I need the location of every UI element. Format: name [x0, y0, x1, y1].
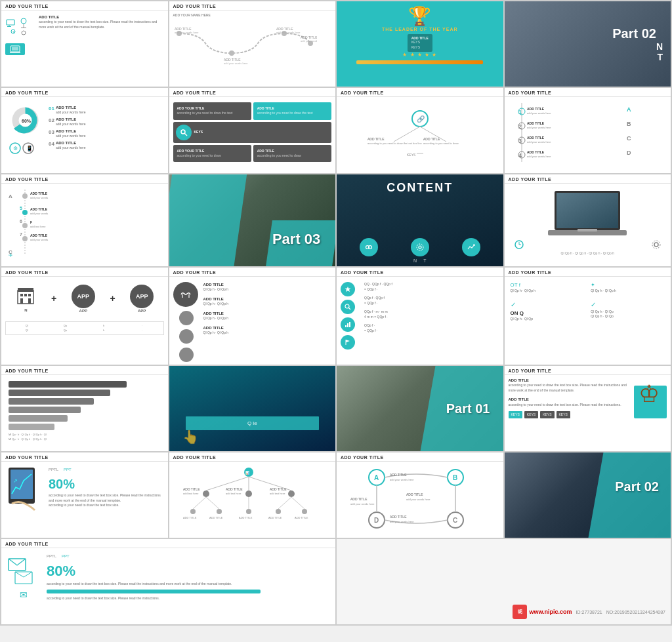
slide-r1c2-title: ADD YOUR TITLE — [169, 1, 336, 10]
abcd-flow-svg: A B D C ADD TITLE add your words here — [341, 464, 492, 533]
svg-point-144 — [217, 509, 222, 514]
slide-r2c1: ADD YOUR TITLE 60% ⚙ 📱 0 — [1, 88, 168, 173]
r4c4-item2-text: Ql Qp h · Ql Qp h — [591, 289, 665, 294]
r5c4-chess-container: ♔ — [631, 378, 667, 418]
nipic-brand: 昵 www.nipic.com — [513, 605, 572, 619]
svg-text:according to you need to draw : according to you need to draw the text b… — [368, 142, 422, 145]
slide-r5c1-title: ADD YOUR TITLE — [1, 366, 168, 375]
svg-point-145 — [246, 509, 251, 514]
r4c4-item2-icon: ✦ — [591, 281, 665, 289]
svg-text:A: A — [374, 474, 379, 481]
slide-r2c3-title: ADD YOUR TITLE — [337, 88, 503, 97]
nipic-text: www.nipic.com — [529, 609, 572, 615]
svg-point-129 — [203, 491, 209, 497]
r4c3-teal-icon-1 — [341, 282, 355, 296]
r4c2-small-circle-3 — [179, 348, 194, 362]
svg-rect-110 — [349, 322, 350, 327]
r5c4-btn-keys1: KEYS — [509, 411, 522, 418]
gear-icon-small — [415, 243, 425, 252]
svg-point-86 — [419, 246, 421, 249]
r5c2-teal-box: Q le — [186, 416, 319, 430]
r6c4-teal-stripe — [588, 452, 671, 538]
r2c1-item2-text: add your words here — [56, 122, 86, 127]
nipic-logo-icon: 昵 — [513, 605, 527, 619]
svg-text:ADD TITLE: ADD TITLE — [226, 487, 243, 491]
r4c1-app2-container: APP APP — [130, 285, 154, 313]
slide-r6c3: ADD YOUR TITLE A B D C — [337, 452, 503, 538]
r4c4-item1-text: Ql Qp h · Ql Qp h — [511, 289, 585, 294]
svg-rect-114 — [9, 390, 110, 396]
r4c2-item2-title: ADD TITLE — [203, 296, 332, 302]
r2c2-box1-body: according to you need to draw the text — [177, 111, 247, 116]
r4c1-plus-2: + — [110, 292, 115, 306]
r1c1-body-text: according to your need to draw the text … — [39, 20, 164, 30]
svg-rect-102 — [28, 294, 31, 296]
svg-text:add your words here: add your words here — [175, 31, 199, 34]
r4c4-item1: OT f Ql Qp h · Ql Qp h — [509, 279, 587, 296]
r4c3-item1-text: QQ · QQp f · QQp f — [364, 282, 499, 287]
r2c1-item2-title: ADD TITLE — [56, 117, 86, 122]
circle-icon-link — [360, 238, 378, 256]
svg-text:add your words here: add your words here — [527, 126, 551, 129]
r4c1-app2-label: APP — [130, 308, 154, 313]
svg-text:add your words here: add your words here — [350, 502, 375, 506]
handshake-icon — [180, 289, 192, 300]
slide-watermark-area: 昵 www.nipic.com ID:27738721 NO:201905202… — [337, 539, 671, 624]
slide-r3c1: ADD YOUR TITLE A ADD TITLE add your word… — [1, 174, 168, 266]
r4c3-teal-icon-2 — [341, 300, 355, 314]
svg-text:🔗: 🔗 — [417, 115, 425, 123]
svg-text:ADD TITLE: ADD TITLE — [30, 233, 48, 237]
svg-point-147 — [302, 509, 307, 514]
r2c2-box4-body: according to you need to draw — [257, 153, 327, 159]
r4c3-item2-text: QQp f · QQp f — [364, 296, 499, 301]
svg-line-32 — [184, 133, 187, 136]
r2c2-box2-body: according to you need to draw the text — [257, 111, 327, 116]
svg-text:add text here: add text here — [270, 492, 285, 495]
svg-text:add your words here: add your words here — [406, 498, 430, 501]
r4c4-item3: ✓ ON Q Ql Qp h · Ql Qp — [509, 298, 587, 324]
r4c4-item2: ✦ Ql Qp h · Ql Qp h — [589, 279, 667, 296]
slide-r5c4: ADD YOUR TITLE ADD TITLE according to yo… — [505, 366, 671, 451]
timeline-path-svg: ADD TITLE add your words here ADD TITLE … — [173, 20, 317, 76]
pie-chart: 60% — [7, 102, 43, 138]
slide-grid: ADD YOUR TITLE ⚙ — [0, 0, 672, 626]
slide-r6c1: ADD YOUR TITLE ↗ PPTL PPT — [1, 452, 168, 538]
r1c4-part-label: Part 02 — [612, 26, 663, 41]
laptop-svg — [548, 188, 627, 237]
link-diagram-svg: 🔗 ADD TITLE according to you need to dra… — [354, 102, 486, 161]
svg-point-8 — [22, 31, 26, 35]
svg-text:C: C — [453, 517, 457, 524]
chess-piece-icon: ♔ — [631, 378, 667, 411]
r3c3-t-label: T — [423, 258, 426, 263]
r4c2-small-circle-1 — [179, 311, 194, 325]
r5c4-btn-keys4: KEYS — [556, 411, 570, 418]
gold-ribbon — [356, 60, 483, 64]
laptop-small-icon — [10, 45, 20, 53]
slide-r1c1: ADD YOUR TITLE ⚙ — [1, 1, 168, 87]
svg-line-107 — [348, 308, 350, 310]
settings-icon-r3c4 — [651, 239, 662, 250]
r6c1-body-text2: according to your need to draw the text … — [49, 503, 164, 508]
r5c4-title1: ADD TITLE — [509, 378, 627, 383]
r3c2-part-label-container: Part 03 — [219, 231, 327, 248]
leader-of-year-text: THE LEADER OF THE YEAR — [341, 27, 499, 31]
r7c1-mail-deco: ✉ — [20, 589, 28, 602]
slide-r2c4: ADD YOUR TITLE 1 ADD TITLE add your word… — [505, 88, 671, 173]
svg-text:5: 5 — [20, 206, 22, 211]
r4c2-small-circle-2 — [179, 329, 194, 344]
svg-marker-112 — [346, 340, 350, 342]
r4c2-item3-title: ADD TITLE — [203, 311, 332, 316]
r4c3-item2-subtext: = QQp f · — [364, 301, 499, 306]
svg-rect-10 — [12, 47, 18, 50]
r2c2-box3-title: ADD YOUR TITLE — [177, 149, 247, 153]
clock-icon-r3c4 — [514, 239, 524, 250]
r5c3-part-label: Part 01 — [446, 401, 497, 416]
r2c2-box1-title: ADD YOUR TITLE — [177, 106, 247, 111]
r4c1-app2-icon: APP — [130, 285, 154, 308]
svg-text:ADD TITLE: ADD TITLE — [183, 487, 200, 491]
r2c1-item3-text: add your words here — [56, 134, 86, 139]
svg-text:add your words here: add your words here — [390, 520, 414, 523]
r6c1-body-text: according to your need to draw the text … — [49, 493, 164, 503]
r4c1-app1-text: APP — [77, 292, 89, 301]
search-icon-small — [345, 304, 351, 310]
